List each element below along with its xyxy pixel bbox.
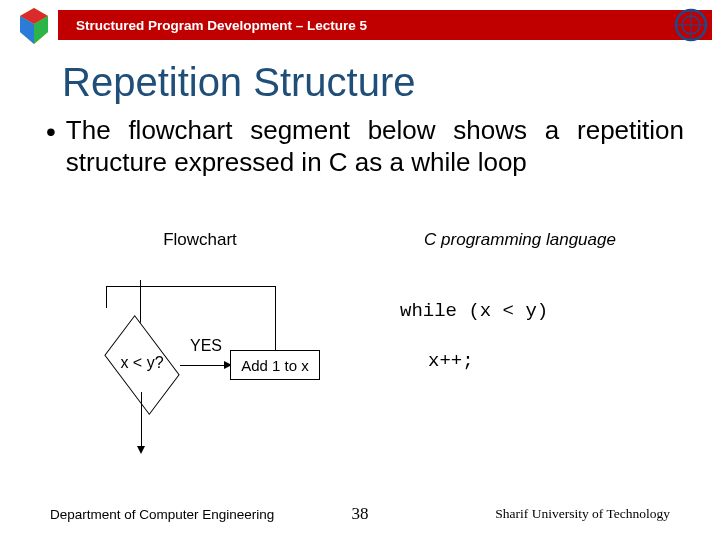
flow-line xyxy=(275,338,276,350)
slide-footer: Department of Computer Engineering 38 Sh… xyxy=(0,502,720,526)
footer-university: Sharif University of Technology xyxy=(495,506,670,522)
decision-label: x < y? xyxy=(108,354,176,372)
bullet-text: The flowchart segment below shows a repe… xyxy=(66,115,684,178)
bullet-dot-icon: • xyxy=(46,115,56,149)
header-bar: Structured Program Development – Lecture… xyxy=(58,10,712,40)
col-right-heading: C programming language xyxy=(360,230,680,250)
course-title: Structured Program Development – Lecture… xyxy=(76,18,367,33)
flowchart-diagram: x < y? YES Add 1 to x xyxy=(80,280,340,480)
flow-line xyxy=(106,286,276,287)
slide-number: 38 xyxy=(352,504,369,524)
flow-arrow-right-icon xyxy=(180,365,230,366)
flow-line xyxy=(275,286,276,339)
yes-label: YES xyxy=(190,337,222,355)
slide-title: Repetition Structure xyxy=(62,60,720,105)
col-left-heading: Flowchart xyxy=(40,230,360,250)
logo-left-icon xyxy=(12,4,56,48)
column-headings: Flowchart C programming language xyxy=(40,230,680,250)
footer-department: Department of Computer Engineering xyxy=(50,507,274,522)
code-line: while (x < y) xyxy=(400,300,650,322)
slide-header: Structured Program Development – Lecture… xyxy=(0,0,720,48)
code-line: x++; xyxy=(400,350,650,372)
flow-line xyxy=(106,286,107,308)
logo-right-icon xyxy=(674,8,708,42)
flow-arrow-exit-icon xyxy=(141,392,142,452)
code-block: while (x < y) x++; xyxy=(400,300,650,372)
bullet-block: • The flowchart segment below shows a re… xyxy=(46,115,684,178)
process-box: Add 1 to x xyxy=(230,350,320,380)
